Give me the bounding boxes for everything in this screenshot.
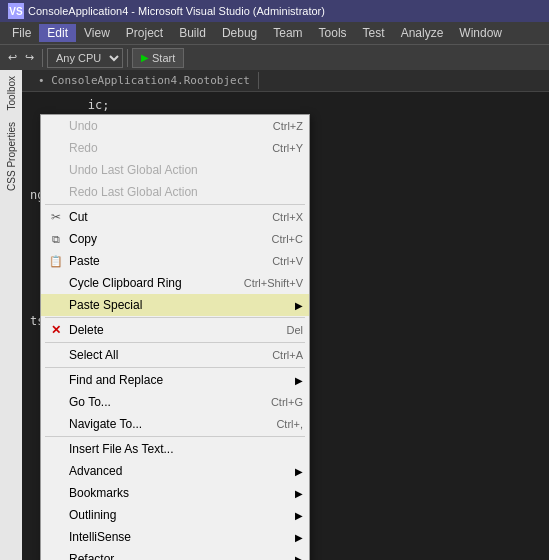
paste-special-label: Paste Special	[69, 298, 291, 312]
toolbar-sep2	[127, 49, 128, 67]
menu-redo[interactable]: Redo Ctrl+Y	[41, 137, 309, 159]
outlining-arrow: ▶	[295, 510, 303, 521]
navigate-label: Navigate To...	[69, 417, 256, 431]
menu-project[interactable]: Project	[118, 24, 171, 42]
refactor-icon	[47, 550, 65, 560]
menu-build[interactable]: Build	[171, 24, 214, 42]
menu-test[interactable]: Test	[355, 24, 393, 42]
paste-icon: 📋	[47, 252, 65, 270]
intellisense-arrow: ▶	[295, 532, 303, 543]
redo-last-icon	[47, 183, 65, 201]
navigate-shortcut: Ctrl+,	[276, 418, 303, 430]
find-replace-icon	[47, 371, 65, 389]
bookmarks-label: Bookmarks	[69, 486, 291, 500]
menu-tools[interactable]: Tools	[311, 24, 355, 42]
advanced-arrow: ▶	[295, 466, 303, 477]
menu-goto[interactable]: Go To... Ctrl+G	[41, 391, 309, 413]
delete-shortcut: Del	[286, 324, 303, 336]
menu-file[interactable]: File	[4, 24, 39, 42]
editor-line-1: ic;	[30, 96, 541, 114]
menu-intellisense[interactable]: IntelliSense ▶	[41, 526, 309, 548]
redo-shortcut: Ctrl+Y	[272, 142, 303, 154]
menu-advanced[interactable]: Advanced ▶	[41, 460, 309, 482]
toolbar-sep1	[42, 49, 43, 67]
delete-label: Delete	[69, 323, 266, 337]
bookmarks-icon	[47, 484, 65, 502]
menu-window[interactable]: Window	[451, 24, 510, 42]
delete-icon: ✕	[47, 321, 65, 339]
redo-label: Redo	[69, 141, 252, 155]
find-replace-arrow: ▶	[295, 375, 303, 386]
main-area: Toolbox CSS Properties • ConsoleApplicat…	[0, 70, 549, 560]
menu-team[interactable]: Team	[265, 24, 310, 42]
menu-find-replace[interactable]: Find and Replace ▶	[41, 369, 309, 391]
menu-insert-file[interactable]: Insert File As Text...	[41, 438, 309, 460]
copy-icon: ⧉	[47, 230, 65, 248]
menu-edit[interactable]: Edit	[39, 24, 76, 42]
menu-select-all[interactable]: Select All Ctrl+A	[41, 344, 309, 366]
menu-bar: File Edit View Project Build Debug Team …	[0, 22, 549, 44]
undo-icon	[47, 117, 65, 135]
sep2	[45, 317, 305, 318]
refactor-label: Refactor	[69, 552, 291, 560]
sep3	[45, 342, 305, 343]
select-all-shortcut: Ctrl+A	[272, 349, 303, 361]
redo-last-label: Redo Last Global Action	[69, 185, 303, 199]
editor-tab[interactable]: • ConsoleApplication4.Rootobject	[30, 72, 259, 89]
select-all-label: Select All	[69, 348, 252, 362]
cut-label: Cut	[69, 210, 252, 224]
menu-analyze[interactable]: Analyze	[393, 24, 452, 42]
menu-bookmarks[interactable]: Bookmarks ▶	[41, 482, 309, 504]
cut-icon: ✂	[47, 208, 65, 226]
menu-debug[interactable]: Debug	[214, 24, 265, 42]
editor-tab-bar: • ConsoleApplication4.Rootobject	[22, 70, 549, 92]
menu-cut[interactable]: ✂ Cut Ctrl+X	[41, 206, 309, 228]
menu-paste-special[interactable]: Paste Special ▶ Paste JSON As Classes Pa…	[41, 294, 309, 316]
intellisense-icon	[47, 528, 65, 546]
toolbar-undo[interactable]: ↩	[4, 51, 21, 64]
menu-view[interactable]: View	[76, 24, 118, 42]
refactor-arrow: ▶	[295, 554, 303, 561]
toolbar: ↩ ↪ Any CPU ▶ Start	[0, 44, 549, 70]
sep4	[45, 367, 305, 368]
cycle-label: Cycle Clipboard Ring	[69, 276, 224, 290]
cycle-icon	[47, 274, 65, 292]
toolbar-redo[interactable]: ↪	[21, 51, 38, 64]
menu-navigate[interactable]: Navigate To... Ctrl+,	[41, 413, 309, 435]
paste-special-icon	[47, 296, 65, 314]
menu-outlining[interactable]: Outlining ▶	[41, 504, 309, 526]
menu-copy[interactable]: ⧉ Copy Ctrl+C	[41, 228, 309, 250]
sidebar-toolbox[interactable]: Toolbox	[3, 70, 20, 116]
cycle-shortcut: Ctrl+Shift+V	[244, 277, 303, 289]
navigate-icon	[47, 415, 65, 433]
sep5	[45, 436, 305, 437]
sidebar-css-props[interactable]: CSS Properties	[3, 116, 20, 197]
advanced-icon	[47, 462, 65, 480]
copy-label: Copy	[69, 232, 252, 246]
goto-label: Go To...	[69, 395, 251, 409]
insert-file-icon	[47, 440, 65, 458]
menu-redo-last[interactable]: Redo Last Global Action	[41, 181, 309, 203]
menu-paste[interactable]: 📋 Paste Ctrl+V	[41, 250, 309, 272]
undo-shortcut: Ctrl+Z	[273, 120, 303, 132]
menu-undo-last[interactable]: Undo Last Global Action	[41, 159, 309, 181]
sep1	[45, 204, 305, 205]
paste-special-arrow: ▶	[295, 300, 303, 311]
advanced-label: Advanced	[69, 464, 291, 478]
select-all-icon	[47, 346, 65, 364]
cut-shortcut: Ctrl+X	[272, 211, 303, 223]
vs-icon: VS	[8, 3, 24, 19]
editor-tab-label: • ConsoleApplication4.Rootobject	[38, 74, 250, 87]
menu-cycle-clipboard[interactable]: Cycle Clipboard Ring Ctrl+Shift+V	[41, 272, 309, 294]
outlining-label: Outlining	[69, 508, 291, 522]
undo-last-icon	[47, 161, 65, 179]
edit-menu: Undo Ctrl+Z Redo Ctrl+Y Undo Last Global…	[40, 114, 310, 560]
start-button[interactable]: ▶ Start	[132, 48, 184, 68]
start-label: Start	[152, 52, 175, 64]
goto-shortcut: Ctrl+G	[271, 396, 303, 408]
cpu-dropdown[interactable]: Any CPU	[47, 48, 123, 68]
copy-shortcut: Ctrl+C	[272, 233, 303, 245]
menu-refactor[interactable]: Refactor ▶	[41, 548, 309, 560]
menu-undo[interactable]: Undo Ctrl+Z	[41, 115, 309, 137]
menu-delete[interactable]: ✕ Delete Del	[41, 319, 309, 341]
